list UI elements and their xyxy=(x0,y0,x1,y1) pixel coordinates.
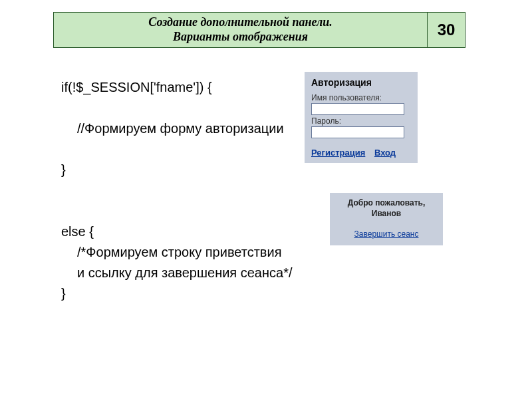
welcome-panel: Добро пожаловать, Иванов Завершить сеанс xyxy=(330,193,443,245)
auth-heading: Авторизация xyxy=(305,72,418,92)
code-line: и ссылку для завершения сеанса*/ xyxy=(61,263,293,283)
code-block: if(!$_SESSION['fname']) { //Формируем фо… xyxy=(61,77,293,304)
register-link[interactable]: Регистрация xyxy=(311,148,365,158)
password-label: Пароль: xyxy=(311,116,411,126)
auth-panel: Авторизация Имя пользователя: Пароль: Ре… xyxy=(305,72,418,163)
code-line: //Формируем форму авторизации xyxy=(61,118,293,139)
code-line: if(!$_SESSION['fname']) { xyxy=(61,77,293,98)
username-input[interactable] xyxy=(311,103,404,115)
slide-title: Создание дополнительной панели. Варианты… xyxy=(54,13,427,47)
slide-number: 30 xyxy=(427,13,465,47)
slide-title-line2: Варианты отображения xyxy=(173,30,308,45)
auth-body: Имя пользователя: Пароль: xyxy=(305,93,418,144)
code-line: /*Формируем строку приветствия xyxy=(61,242,293,263)
logout-link[interactable]: Завершить сеанс xyxy=(334,229,439,239)
username-label: Имя пользователя: xyxy=(311,93,411,102)
code-line: else { xyxy=(61,221,293,242)
slide-header: Создание дополнительной панели. Варианты… xyxy=(53,12,466,48)
auth-footer: Регистрация Вход xyxy=(305,144,418,163)
login-link[interactable]: Вход xyxy=(374,148,396,158)
password-input[interactable] xyxy=(311,126,404,138)
code-line: } xyxy=(61,160,293,180)
welcome-text: Добро пожаловать, Иванов xyxy=(334,198,439,219)
welcome-line2: Иванов xyxy=(334,209,439,219)
welcome-line1: Добро пожаловать, xyxy=(334,198,439,209)
code-line: } xyxy=(61,283,293,304)
slide-title-line1: Создание дополнительной панели. xyxy=(148,15,332,30)
